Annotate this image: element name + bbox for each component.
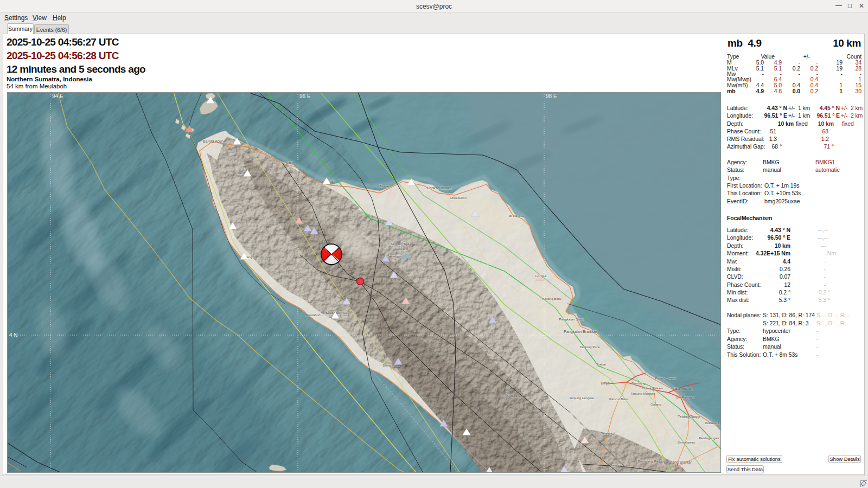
svg-text:Pangkalan Susu: Pangkalan Susu [559,317,584,321]
svg-text:Indrapura: Indrapura [705,421,720,425]
svg-text:Karang Baru: Karang Baru [542,297,561,300]
svg-text:Pangkalan Brandan: Pangkalan Brandan [564,330,597,334]
svg-text:4 N: 4 N [9,332,18,338]
svg-text:Tembung: Tembung [631,381,646,385]
svg-text:Tebing Tinggi: Tebing Tinggi [678,415,700,419]
svg-text:Berastagi: Berastagi [601,431,615,435]
svg-text:Lhokseumawe: Lhokseumawe [427,186,451,190]
svg-text:Simpang Tiga: Simpang Tiga [391,242,410,246]
svg-text:Serbelawan: Serbelawan [678,440,695,444]
svg-text:Sambu Doluk: Sambu Doluk [610,463,630,467]
svg-text:Sigli: Sigli [286,160,292,164]
svg-text:Tanjung Morawa: Tanjung Morawa [630,391,655,395]
svg-text:Tanjung Langkat: Tanjung Langkat [569,396,594,400]
svg-text:Tanjung Pura: Tanjung Pura [580,345,600,349]
svg-text:Banda Aceh: Banda Aceh [203,139,224,143]
svg-text:94 E: 94 E [52,93,63,99]
svg-text:Bireuen: Bireuen [379,184,391,188]
svg-text:Takengon: Takengon [387,254,402,258]
svg-text:Binjai: Binjai [601,381,610,386]
svg-text:Pematang Raya: Pematang Raya [638,459,662,463]
svg-text:96 E: 96 E [299,93,311,99]
svg-text:Sialang Buah: Sialang Buah [673,387,693,390]
svg-text:Galang: Galang [650,402,662,406]
svg-text:Stabat: Stabat [596,362,606,366]
svg-text:Idi Rayeuk: Idi Rayeuk [508,214,525,217]
svg-text:Kutacane: Kutacane [507,394,521,397]
svg-text:Perdagangan: Perdagangan [699,436,719,440]
svg-text:Meulaboh: Meulaboh [305,313,321,317]
svg-text:Pancur Batu: Pancur Batu [609,397,628,401]
svg-text:Pematang Siantar: Pematang Siantar [661,460,692,465]
svg-text:Redelong: Redelong [395,247,408,251]
svg-text:Lhoksukon: Lhoksukon [450,196,467,200]
svg-text:98 E: 98 E [546,93,557,99]
svg-text:Lubuk Pakam: Lubuk Pakam [642,386,663,390]
svg-text:Sei Rampah: Sei Rampah [676,395,695,399]
svg-text:Pantai Cermin: Pantai Cermin [655,376,676,380]
